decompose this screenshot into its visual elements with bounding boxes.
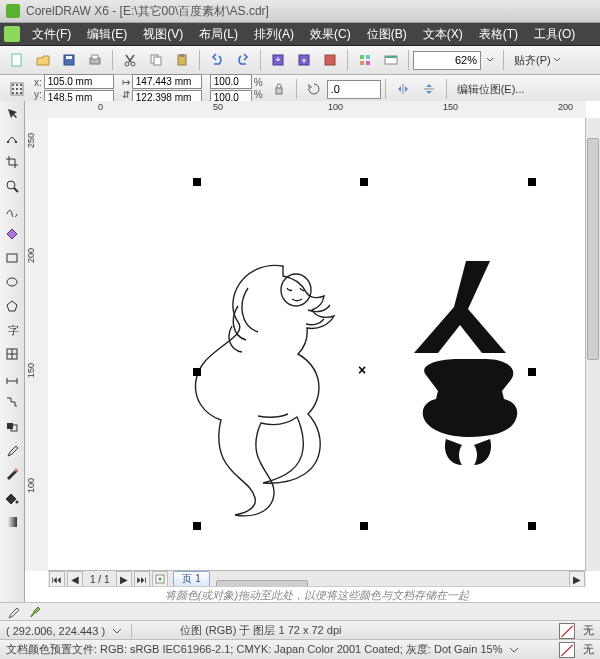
table-tool[interactable] [1, 343, 23, 365]
menu-layout[interactable]: 布局(L) [191, 23, 246, 45]
copy-button[interactable] [144, 48, 168, 72]
menu-table[interactable]: 表格(T) [471, 23, 526, 45]
zoom-dropdown-button[interactable] [482, 48, 498, 72]
mirror-v-button[interactable] [417, 77, 441, 101]
connector-tool[interactable] [1, 391, 23, 413]
property-bar: x: y: ↦ ⇵ % % 编辑位图(E)... [0, 75, 600, 104]
new-button[interactable] [5, 48, 29, 72]
menu-effects[interactable]: 效果(C) [302, 23, 359, 45]
zoom-input[interactable] [413, 51, 481, 70]
paste-button[interactable] [170, 48, 194, 72]
zoom-tool[interactable] [1, 175, 23, 197]
document-palette[interactable] [0, 602, 600, 621]
freehand-tool[interactable] [1, 199, 23, 221]
welcome-button[interactable] [379, 48, 403, 72]
export-button[interactable] [292, 48, 316, 72]
object-origin-button[interactable] [5, 77, 29, 101]
page-tab-1[interactable]: 页 1 [173, 571, 209, 587]
chevron-down-icon[interactable] [508, 644, 520, 656]
svg-point-38 [7, 278, 17, 286]
svg-point-23 [20, 84, 22, 86]
publish-button[interactable] [318, 48, 342, 72]
selection-handle-s[interactable] [360, 522, 368, 530]
separator [408, 50, 409, 70]
lock-ratio-button[interactable] [267, 77, 291, 101]
undo-button[interactable] [205, 48, 229, 72]
selection-center[interactable]: × [358, 362, 366, 378]
text-tool[interactable]: 字 [1, 319, 23, 341]
menu-bitmaps[interactable]: 位图(B) [359, 23, 415, 45]
ruler-vertical[interactable]: 250 200 150 100 50 [25, 118, 49, 571]
mermaid-bitmap[interactable] [188, 248, 378, 518]
save-button[interactable] [57, 48, 81, 72]
prev-page-button[interactable]: ◀ [67, 571, 83, 587]
ruler-origin[interactable] [25, 101, 49, 119]
vscroll-thumb[interactable] [587, 138, 599, 360]
ruler-v-tick: 150 [26, 363, 36, 378]
edit-bitmap-label: 编辑位图(E)... [457, 82, 525, 97]
selection-handle-sw[interactable] [193, 522, 201, 530]
interactive-tool[interactable] [1, 415, 23, 437]
mirror-h-button[interactable] [391, 77, 415, 101]
outline-swatch-none[interactable] [559, 642, 575, 658]
redo-button[interactable] [231, 48, 255, 72]
drawing-area[interactable]: × [48, 118, 586, 571]
selection-handle-e[interactable] [528, 368, 536, 376]
crop-tool[interactable] [1, 151, 23, 173]
import-button[interactable] [266, 48, 290, 72]
pick-tool[interactable] [1, 103, 23, 125]
open-button[interactable] [31, 48, 55, 72]
add-page-button[interactable] [152, 571, 168, 587]
outline-tool[interactable] [1, 463, 23, 485]
app-launcher-button[interactable] [353, 48, 377, 72]
brush-icon[interactable] [28, 605, 42, 619]
menu-view[interactable]: 视图(V) [135, 23, 191, 45]
page-tab-label: 页 1 [182, 572, 200, 586]
menu-text[interactable]: 文本(X) [415, 23, 471, 45]
print-button[interactable] [83, 48, 107, 72]
dimension-tool[interactable] [1, 367, 23, 389]
hscroll-right-button[interactable]: ▶ [569, 571, 585, 587]
app-menu-icon[interactable] [4, 26, 20, 42]
svg-rect-14 [360, 55, 364, 59]
eyedropper-tool[interactable] [1, 439, 23, 461]
vertical-scrollbar[interactable] [585, 118, 600, 571]
menu-effects-label: 效果(C) [310, 26, 351, 43]
selection-handle-se[interactable] [528, 522, 536, 530]
shape-tool[interactable] [1, 127, 23, 149]
pos-x-input[interactable] [44, 74, 114, 89]
menu-bar: 文件(F) 编辑(E) 视图(V) 布局(L) 排列(A) 效果(C) 位图(B… [0, 23, 600, 46]
edit-bitmap-button[interactable]: 编辑位图(E)... [452, 77, 530, 101]
svg-point-48 [16, 501, 19, 504]
first-page-button[interactable]: ⏮ [49, 571, 65, 587]
next-page-button[interactable]: ▶ [116, 571, 132, 587]
scale-x-input[interactable] [210, 74, 252, 89]
chevron-down-icon[interactable] [111, 625, 123, 637]
snap-dropdown-button[interactable]: 贴齐(P) [509, 48, 566, 72]
menu-file[interactable]: 文件(F) [24, 23, 79, 45]
svg-rect-19 [385, 56, 397, 58]
menu-view-label: 视图(V) [143, 26, 183, 43]
selection-handle-n[interactable] [360, 178, 368, 186]
selection-handle-nw[interactable] [193, 178, 201, 186]
ellipse-tool[interactable] [1, 271, 23, 293]
fill-tool[interactable] [1, 487, 23, 509]
polygon-tool[interactable] [1, 295, 23, 317]
width-input[interactable] [132, 74, 202, 89]
separator [503, 50, 504, 70]
rectangle-tool[interactable] [1, 247, 23, 269]
interactive-fill-tool[interactable] [1, 511, 23, 533]
selection-handle-ne[interactable] [528, 178, 536, 186]
ruler-horizontal[interactable]: 0 50 100 150 200 [48, 101, 586, 119]
smart-fill-tool[interactable] [1, 223, 23, 245]
fill-swatch-none[interactable] [559, 623, 575, 639]
menu-arrange[interactable]: 排列(A) [246, 23, 302, 45]
menu-edit[interactable]: 编辑(E) [79, 23, 135, 45]
rotation-input[interactable] [327, 80, 381, 99]
eyedropper-icon[interactable] [6, 605, 20, 619]
menu-tools[interactable]: 工具(O) [526, 23, 583, 45]
selection-handle-w[interactable] [193, 368, 201, 376]
last-page-button[interactable]: ⏭ [134, 571, 150, 587]
text-art[interactable] [408, 253, 528, 473]
cut-button[interactable] [118, 48, 142, 72]
